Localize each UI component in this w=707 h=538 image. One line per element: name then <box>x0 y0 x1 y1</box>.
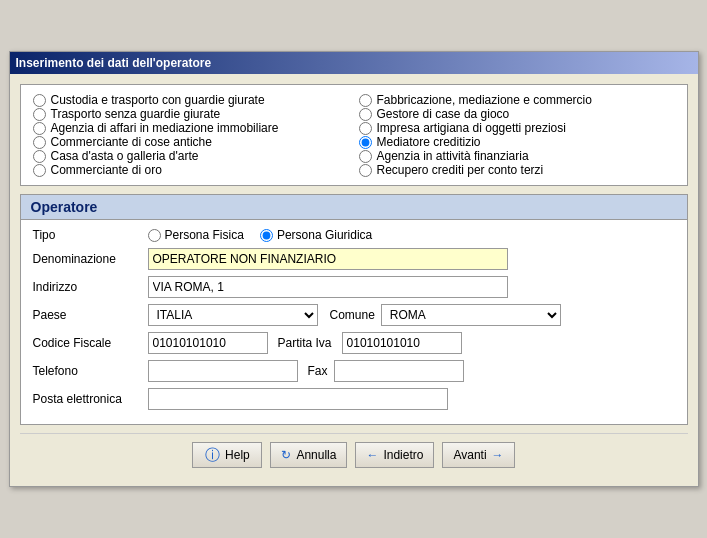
category-label-mediatore: Mediatore creditizio <box>377 135 481 149</box>
avanti-button[interactable]: Avanti → <box>442 442 514 468</box>
denominazione-label: Denominazione <box>33 252 148 266</box>
annulla-icon: ↻ <box>281 448 291 462</box>
list-item[interactable]: Casa d'asta o galleria d'arte <box>33 149 349 163</box>
radio-col2: Fabbricazione, mediazione e commercio Ge… <box>359 93 675 177</box>
codice-fiscale-controls: Partita Iva <box>148 332 675 354</box>
indirizzo-input[interactable] <box>148 276 508 298</box>
tipo-controls: Persona Fisica Persona Giuridica <box>148 228 675 242</box>
annulla-button[interactable]: ↻ Annulla <box>270 442 347 468</box>
category-radio-commerciante[interactable] <box>33 136 46 149</box>
category-label-trasporto: Trasporto senza guardie giurate <box>51 107 221 121</box>
tipo-row: Tipo Persona Fisica Persona Giuridica <box>33 228 675 242</box>
category-label-recupero: Recupero crediti per conto terzi <box>377 163 544 177</box>
help-label: Help <box>225 448 250 462</box>
list-item[interactable]: Impresa artigiana di oggetti preziosi <box>359 121 675 135</box>
window-title: Inserimento dei dati dell'operatore <box>16 56 212 70</box>
partita-iva-label: Partita Iva <box>278 336 332 350</box>
radio-col1: Custodia e trasporto con guardie giurate… <box>33 93 349 177</box>
fax-label: Fax <box>308 364 328 378</box>
category-label-agenzia: Agenzia di affari in mediazione immobili… <box>51 121 279 135</box>
avanti-label: Avanti <box>453 448 486 462</box>
category-section: Custodia e trasporto con guardie giurate… <box>20 84 688 186</box>
category-radio-mediatore[interactable] <box>359 136 372 149</box>
category-label-custodia: Custodia e trasporto con guardie giurate <box>51 93 265 107</box>
category-label-gestore: Gestore di case da gioco <box>377 107 510 121</box>
main-window: Inserimento dei dati dell'operatore Cust… <box>9 51 699 487</box>
tipo-label: Tipo <box>33 228 148 242</box>
list-item[interactable]: Commerciante di oro <box>33 163 349 177</box>
indietro-button[interactable]: ← Indietro <box>355 442 434 468</box>
list-item[interactable]: Fabbricazione, mediazione e commercio <box>359 93 675 107</box>
category-radio-casa[interactable] <box>33 150 46 163</box>
list-item[interactable]: Agenzia di affari in mediazione immobili… <box>33 121 349 135</box>
paese-comune-row: Paese ITALIA Comune ROMA <box>33 304 675 326</box>
category-radio-trasporto[interactable] <box>33 108 46 121</box>
category-radio-fabbricazione[interactable] <box>359 94 372 107</box>
avanti-icon: → <box>492 448 504 462</box>
category-radio-agenzia-fin[interactable] <box>359 150 372 163</box>
comune-label: Comune <box>330 308 375 322</box>
posta-label: Posta elettronica <box>33 392 148 406</box>
tipo-persona-fisica-item[interactable]: Persona Fisica <box>148 228 244 242</box>
category-radio-recupero[interactable] <box>359 164 372 177</box>
category-radio-agenzia[interactable] <box>33 122 46 135</box>
category-label-oro: Commerciante di oro <box>51 163 162 177</box>
help-icon: ⓘ <box>205 446 220 465</box>
posta-input[interactable] <box>148 388 448 410</box>
paese-comune-controls: ITALIA Comune ROMA <box>148 304 675 326</box>
window-content: Custodia e trasporto con guardie giurate… <box>10 74 698 486</box>
list-item[interactable]: Commerciante di cose antiche <box>33 135 349 149</box>
partita-iva-input[interactable] <box>342 332 462 354</box>
comune-select[interactable]: ROMA <box>381 304 561 326</box>
tipo-persona-fisica-radio[interactable] <box>148 229 161 242</box>
telefono-input[interactable] <box>148 360 298 382</box>
list-item[interactable]: Custodia e trasporto con guardie giurate <box>33 93 349 107</box>
denominazione-controls <box>148 248 675 270</box>
category-label-commerciante: Commerciante di cose antiche <box>51 135 212 149</box>
telefono-controls: Fax <box>148 360 675 382</box>
category-radio-gestore[interactable] <box>359 108 372 121</box>
category-label-impresa: Impresa artigiana di oggetti preziosi <box>377 121 566 135</box>
window-titlebar: Inserimento dei dati dell'operatore <box>10 52 698 74</box>
codice-fiscale-input[interactable] <box>148 332 268 354</box>
codice-fiscale-label: Codice Fiscale <box>33 336 148 350</box>
paese-label: Paese <box>33 308 148 322</box>
list-item[interactable]: Mediatore creditizio <box>359 135 675 149</box>
tipo-persona-giuridica-item[interactable]: Persona Giuridica <box>260 228 372 242</box>
denominazione-row: Denominazione <box>33 248 675 270</box>
list-item[interactable]: Trasporto senza guardie giurate <box>33 107 349 121</box>
category-radio-grid: Custodia e trasporto con guardie giurate… <box>33 93 675 177</box>
posta-controls <box>148 388 675 410</box>
operatore-section: Operatore Tipo Persona Fisica Persona Gi… <box>20 194 688 425</box>
paese-select[interactable]: ITALIA <box>148 304 318 326</box>
tipo-persona-fisica-label: Persona Fisica <box>165 228 244 242</box>
category-label-agenzia-fin: Agenzia in attività finanziaria <box>377 149 529 163</box>
operatore-form: Tipo Persona Fisica Persona Giuridica <box>21 220 687 424</box>
list-item[interactable]: Recupero crediti per conto terzi <box>359 163 675 177</box>
operatore-section-title: Operatore <box>21 195 687 220</box>
footer: ⓘ Help ↻ Annulla ← Indietro Avanti → <box>20 433 688 476</box>
fax-input[interactable] <box>334 360 464 382</box>
tipo-persona-giuridica-radio[interactable] <box>260 229 273 242</box>
indirizzo-row: Indirizzo <box>33 276 675 298</box>
category-radio-impresa[interactable] <box>359 122 372 135</box>
tipo-persona-giuridica-label: Persona Giuridica <box>277 228 372 242</box>
indietro-label: Indietro <box>383 448 423 462</box>
denominazione-input[interactable] <box>148 248 508 270</box>
codice-fiscale-row: Codice Fiscale Partita Iva <box>33 332 675 354</box>
posta-row: Posta elettronica <box>33 388 675 410</box>
indirizzo-controls <box>148 276 675 298</box>
list-item[interactable]: Gestore di case da gioco <box>359 107 675 121</box>
annulla-label: Annulla <box>296 448 336 462</box>
indirizzo-label: Indirizzo <box>33 280 148 294</box>
telefono-row: Telefono Fax <box>33 360 675 382</box>
list-item[interactable]: Agenzia in attività finanziaria <box>359 149 675 163</box>
category-label-casa: Casa d'asta o galleria d'arte <box>51 149 199 163</box>
help-button[interactable]: ⓘ Help <box>192 442 262 468</box>
category-radio-oro[interactable] <box>33 164 46 177</box>
category-label-fabbricazione: Fabbricazione, mediazione e commercio <box>377 93 592 107</box>
telefono-label: Telefono <box>33 364 148 378</box>
indietro-icon: ← <box>366 448 378 462</box>
category-radio-custodia[interactable] <box>33 94 46 107</box>
